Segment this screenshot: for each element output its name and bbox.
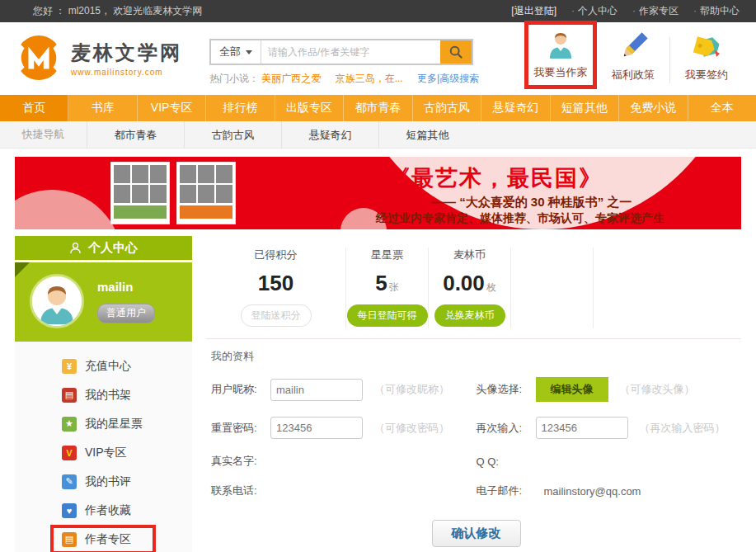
person-outline-icon (69, 242, 82, 254)
form-row: 联系电话: 电子邮件: mailinstory@qq.com (211, 484, 741, 498)
search-category-dropdown[interactable]: 全部 (211, 40, 261, 64)
search-input[interactable] (261, 40, 440, 64)
nav-item-vip[interactable]: VIP专区 (138, 95, 206, 121)
subnav-item-suspense[interactable]: 悬疑奇幻 (281, 121, 378, 149)
bookshelf-icon: ▤ (62, 388, 77, 403)
confirm-password-group: 再次输入: （再次输入密码） (477, 417, 742, 439)
quick-action-label: 福利政策 (597, 68, 669, 83)
section-title: 我的资料 (211, 349, 741, 364)
nav-item-urban-youth[interactable]: 都市青春 (344, 95, 412, 121)
nav-item-free-novels[interactable]: 免费小说 (619, 95, 688, 121)
stat-star-tickets: 星星票 5张 每日登陆可得 (346, 248, 429, 328)
sidebar-item-label: 我的书架 (85, 388, 131, 403)
sidebar-item-label: 我的书评 (85, 474, 131, 489)
hot-novel-link[interactable]: 美丽广西之爱 (261, 73, 321, 84)
email-value: mailinstory@qq.com (544, 485, 641, 498)
confirm-password-input[interactable] (536, 417, 628, 439)
site-logo[interactable]: 麦林文学网 www.mailinstory.com (15, 34, 195, 82)
dot-separator: · (632, 5, 636, 17)
logout-link[interactable]: [退出登陆] (511, 4, 556, 18)
stat-unit: 枚 (486, 281, 496, 293)
welfare-policy-button[interactable]: 福利政策 (597, 22, 669, 83)
submit-row: 确认修改 (211, 513, 741, 552)
daily-login-button[interactable]: 每日登陆可得 (347, 304, 428, 327)
search-area: 全部 热门小说： 美丽广西之爱 京族三岛，在... 更多|高级搜索 (209, 34, 479, 86)
form-row: 真实名字: Q Q: (211, 454, 741, 469)
review-pencil-icon: ✎ (62, 474, 77, 489)
user-level-badge: 普通用户 (97, 304, 155, 323)
field-hint: （可修改头像） (620, 382, 695, 397)
quick-action-label: 我要签约 (670, 68, 743, 83)
nav-item-home[interactable]: 首页 (0, 95, 68, 121)
field-hint: （可修改密码） (374, 421, 449, 436)
avatar[interactable] (30, 274, 84, 328)
phone-group: 联系电话: (211, 484, 477, 498)
nav-item-ranking[interactable]: 排行榜 (206, 95, 275, 121)
writer-person-icon (544, 31, 577, 59)
stat-empty-cell (511, 248, 594, 328)
content: 个人中心 mailin 普通用户 (0, 236, 756, 552)
logo-subtitle: www.mailinstory.com (71, 68, 182, 77)
exchange-coins-button[interactable]: 兑换麦林币 (434, 304, 505, 327)
author-zone-book-icon: ▤ (62, 532, 77, 547)
subnav-item-urban-youth[interactable]: 都市青春 (87, 121, 184, 149)
sidebar-item-author-zone[interactable]: ▤ 作者专区 (15, 525, 192, 552)
book-cover-image (110, 162, 170, 224)
form-row: 重置密码: （可修改密码） 再次输入: （再次输入密码） (211, 417, 741, 439)
stat-points: 已得积分 150 登陆送积分 (206, 248, 346, 328)
sidebar-item-label: 作者收藏 (85, 503, 131, 518)
reset-password-input[interactable] (270, 417, 363, 439)
field-hint: （再次输入密码） (640, 421, 725, 436)
field-label: 头像选择: (477, 382, 536, 397)
login-points-button[interactable]: 登陆送积分 (241, 304, 312, 327)
sidebar-item-label: 作者专区 (85, 532, 131, 547)
field-label: 用户昵称: (211, 382, 270, 397)
topbar-link-author-zone[interactable]: ·作家专区 (632, 4, 679, 18)
nav-item-library[interactable]: 书库 (68, 95, 137, 121)
personal-center-title: 个人中心 (88, 240, 138, 256)
sign-contract-button[interactable]: 我要签约 (670, 22, 743, 83)
banner-decor-circle (15, 190, 122, 229)
nav-item-publishing[interactable]: 出版专区 (275, 95, 344, 121)
sidebar-item-author-favorites[interactable]: ♥ 作者收藏 (15, 496, 192, 525)
hot-novel-link[interactable]: 京族三岛，在... (336, 73, 403, 84)
main-panel: 已得积分 150 登陆送积分 星星票 5张 每日登陆可得 麦林币 0.00枚 兑… (206, 236, 741, 552)
confirm-changes-button[interactable]: 确认修改 (432, 520, 521, 547)
field-label: 真实名字: (211, 454, 270, 469)
subnav-item-short-other[interactable]: 短篇其他 (378, 121, 476, 149)
sidebar-item-my-reviews[interactable]: ✎ 我的书评 (15, 467, 192, 496)
sidebar-item-my-bookshelf[interactable]: ▤ 我的书架 (15, 380, 192, 409)
tags-icon (690, 32, 723, 62)
highlight-red-box: ▤ 作者专区 (50, 525, 156, 552)
search-button[interactable] (440, 40, 472, 64)
banner-wrap: 《最艺术，最民国》 —— “大众喜爱的 30 种桂版书” 之一 经过业内专家肯定… (0, 149, 756, 236)
topbar: 您好 ： ml2015， 欢迎光临麦林文学网 [退出登陆] ·个人中心 ·作家专… (0, 0, 756, 22)
logo-m-icon (15, 34, 63, 82)
field-label: 电子邮件: (477, 484, 536, 498)
nav-item-short-other[interactable]: 短篇其他 (551, 95, 619, 121)
sidebar-menu: ¥ 充值中心 ▤ 我的书架 ★ 我的星星票 V VIP专区 ✎ 我的书评 (15, 342, 192, 552)
advanced-search-link[interactable]: 更多|高级搜索 (417, 73, 479, 84)
edit-avatar-button[interactable]: 编辑头像 (536, 377, 608, 402)
promo-banner[interactable]: 《最艺术，最民国》 —— “大众喜爱的 30 种桂版书” 之一 经过业内专家肯定… (15, 157, 741, 229)
sidebar-item-recharge-center[interactable]: ¥ 充值中心 (15, 351, 192, 380)
stat-value: 150 (206, 271, 345, 296)
logo-title: 麦林文学网 (71, 40, 182, 66)
favorites-book-icon: ♥ (62, 503, 77, 518)
nav-item-ancient[interactable]: 古韵古风 (413, 95, 481, 121)
nav-item-complete[interactable]: 全本 (688, 95, 756, 121)
profile-info: mailin 普通用户 (97, 280, 155, 323)
sidebar-item-label: 我的星星票 (85, 417, 143, 432)
real-name-group: 真实名字: (211, 454, 477, 469)
nav-item-suspense[interactable]: 悬疑奇幻 (481, 95, 550, 121)
sidebar-item-my-star-tickets[interactable]: ★ 我的星星票 (15, 409, 192, 438)
topbar-link-personal-center[interactable]: ·个人中心 (571, 4, 617, 18)
sidebar-item-vip-zone[interactable]: V VIP专区 (15, 438, 192, 467)
avatar-select-group: 头像选择: 编辑头像 （可修改头像） (477, 377, 742, 402)
be-writer-button[interactable]: 我要当作家 (524, 21, 597, 89)
topbar-link-help-center[interactable]: ·帮助中心 (693, 4, 740, 18)
star-ticket-icon: ★ (62, 417, 77, 432)
subnav-item-ancient[interactable]: 古韵古风 (184, 121, 281, 149)
nickname-input[interactable] (270, 379, 363, 401)
chevron-down-icon (246, 50, 252, 54)
